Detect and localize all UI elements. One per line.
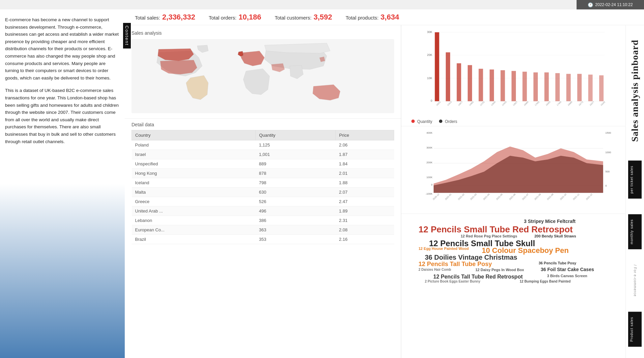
- word-cloud-item: 12 Red Rose Peg Place Settings: [461, 234, 517, 238]
- svg-text:0: 0: [605, 184, 607, 187]
- svg-text:2021-10: 2021-10: [559, 193, 567, 200]
- svg-text:18251: 18251: [436, 101, 441, 106]
- svg-text:12415: 12415: [447, 101, 452, 106]
- svg-marker-54: [434, 147, 603, 193]
- table-row: Greece5262.47: [132, 197, 394, 206]
- area-chart-svg: 400K 300K 200K 100K 0 -100K 1500 1000 50…: [406, 128, 620, 202]
- table-body: Poland1,1252.06Israel1,0011.87Unspecifie…: [132, 140, 394, 244]
- total-products-label: Total products:: [346, 15, 379, 21]
- clock-icon: 🕐: [588, 2, 593, 7]
- content-vertical-label: Content: [123, 23, 131, 48]
- svg-text:17052: 17052: [534, 101, 540, 106]
- left-panel: E-commerce has become a new channel to s…: [0, 9, 125, 358]
- world-map: [131, 39, 394, 113]
- vertical-labels: Sales analysis pinboard per ticket sales…: [625, 25, 644, 358]
- table-cell-1: 363: [256, 225, 335, 235]
- word-cloud-item: 3 Birds Canvas Screen: [547, 274, 587, 278]
- table-cell-2: 1.89: [335, 206, 394, 216]
- svg-text:2021-03: 2021-03: [470, 193, 477, 200]
- table-cell-2: 2.31: [335, 216, 394, 225]
- intro-para2: This is a dataset of UK-based B2C e-comm…: [5, 87, 120, 145]
- svg-text:-100K: -100K: [426, 192, 433, 195]
- svg-text:0: 0: [431, 99, 432, 102]
- svg-text:12830: 12830: [491, 101, 496, 106]
- svg-text:2021-09: 2021-09: [547, 193, 554, 200]
- total-customers-label: Total customers:: [275, 15, 312, 21]
- table-cell-1: 526: [256, 197, 335, 206]
- svg-rect-17: [533, 72, 538, 101]
- svg-rect-12: [479, 69, 483, 101]
- stats-bar: Total sales: 2,336,332 Total orders: 10,…: [125, 9, 644, 25]
- table-row: Israel1,0011.87: [132, 150, 394, 159]
- charts-panel: 30K 20K 10K 0: [401, 25, 625, 358]
- word-cloud-item: 12 Pencils Tall Tube Red Retrospot: [433, 274, 523, 280]
- right-area: Total sales: 2,336,332 Total orders: 10,…: [125, 9, 644, 358]
- table-cell-0: Unspecified: [132, 159, 256, 169]
- intro-para1: E-commerce has become a new channel to s…: [5, 16, 120, 82]
- svg-text:0: 0: [431, 183, 432, 186]
- svg-text:20K: 20K: [427, 53, 433, 57]
- bar-chart-svg: 30K 20K 10K 0: [406, 29, 620, 116]
- orders-dot: [439, 120, 442, 123]
- word-cloud-item: 12 Bumping Eggs Band Painted: [520, 280, 570, 283]
- svg-rect-13: [490, 69, 494, 101]
- total-orders-label: Total orders:: [209, 15, 237, 21]
- svg-text:2021-05: 2021-05: [496, 193, 503, 200]
- center-panel: Sales analysis: [125, 25, 401, 358]
- table-cell-0: Iceland: [132, 178, 256, 188]
- svg-rect-20: [566, 74, 571, 101]
- bar-chart-section: 30K 20K 10K 0: [401, 25, 625, 126]
- total-customers-value: 3,592: [314, 13, 332, 22]
- col-quantity: Quantity: [256, 130, 335, 140]
- table-cell-0: United Arab ...: [132, 206, 256, 216]
- svg-text:2021-08: 2021-08: [534, 193, 541, 200]
- svg-text:500: 500: [605, 170, 610, 173]
- svg-text:2021-02: 2021-02: [458, 193, 465, 200]
- table-row: United Arab ...4961.89: [132, 206, 394, 216]
- table-cell-1: 386: [256, 216, 335, 225]
- svg-text:300K: 300K: [427, 146, 433, 149]
- word-cloud-item: 12 Egg House Painted Wood: [418, 247, 469, 251]
- svg-text:16353: 16353: [546, 101, 551, 106]
- top-bar: 🕐 2022-02-24 11:10:22: [577, 0, 644, 9]
- svg-text:10K: 10K: [427, 76, 433, 79]
- col-country: Country: [132, 130, 256, 140]
- table-cell-0: European Co...: [132, 225, 256, 235]
- word-cloud-item: 12 Pencils Small Tube Red Retrospot: [418, 225, 573, 234]
- table-cell-0: Malta: [132, 188, 256, 197]
- table-cell-0: Lebanon: [132, 216, 256, 225]
- detail-data-title: Detail data: [131, 122, 394, 127]
- word-cloud-item: 36 Doilies Vintage Christmas: [425, 254, 517, 261]
- svg-text:16182: 16182: [600, 101, 606, 106]
- table-cell-0: Hong Kong: [132, 169, 256, 178]
- svg-rect-19: [555, 73, 560, 101]
- table-cell-2: 2.16: [335, 235, 394, 244]
- svg-text:2020-12: 2020-12: [432, 193, 440, 200]
- svg-text:30K: 30K: [427, 30, 433, 34]
- svg-rect-8: [435, 32, 439, 101]
- svg-rect-10: [457, 63, 461, 101]
- total-sales-label: Total sales:: [135, 15, 160, 21]
- svg-text:2021-07: 2021-07: [522, 193, 529, 200]
- svg-text:2021-11: 2021-11: [573, 193, 580, 200]
- table-cell-2: 1.84: [335, 159, 394, 169]
- svg-text:16984: 16984: [524, 101, 529, 106]
- total-orders-value: 10,186: [238, 13, 261, 22]
- content-area: Sales analysis: [125, 25, 644, 358]
- word-cloud-item: 12 Pencils Tall Tube Posy: [418, 261, 492, 268]
- main-title-vertical: Sales analysis pinboard: [630, 36, 640, 145]
- word-cloud-item: 2 Daisies Hair Comb: [418, 268, 451, 271]
- table-cell-2: 1.88: [335, 178, 394, 188]
- total-products-value: 3,634: [381, 13, 399, 22]
- svg-text:16377: 16377: [589, 101, 595, 106]
- svg-text:16772: 16772: [578, 101, 584, 106]
- svg-rect-9: [446, 52, 450, 101]
- svg-rect-16: [523, 72, 527, 101]
- table-cell-2: 2.01: [335, 169, 394, 178]
- word-cloud-item: 200 Bendy Skull Straws: [534, 234, 576, 238]
- table-cell-1: 630: [256, 188, 335, 197]
- svg-text:400K: 400K: [427, 131, 433, 134]
- sales-map-section: Sales analysis: [125, 25, 401, 119]
- table-cell-1: 496: [256, 206, 335, 216]
- svg-text:12752: 12752: [480, 101, 485, 106]
